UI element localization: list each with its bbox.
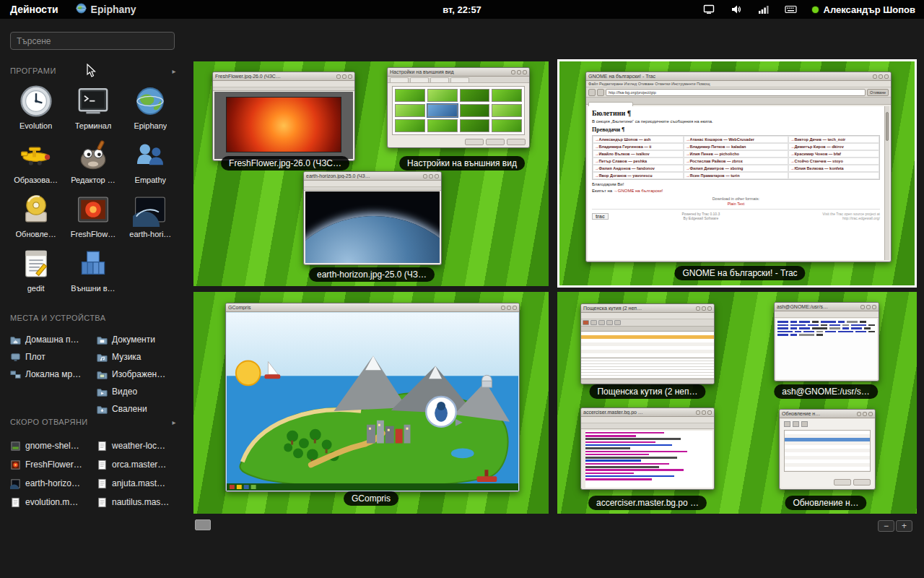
table-cell[interactable]: →Ивайло Вълков — ivalkov — [593, 150, 684, 158]
table-cell[interactable]: →Виктор Дачев — tech_noir — [788, 136, 879, 143]
zoom-out-button[interactable]: − — [878, 520, 894, 532]
recent-item-freshflower[interactable]: FreshFlower… — [10, 455, 95, 474]
table-cell[interactable]: →Петър Славов — peshka — [593, 158, 684, 165]
dialog-button[interactable] — [853, 479, 871, 486]
table-cell[interactable]: →Ростислав Райков — zbrox — [684, 158, 788, 165]
workspace-1[interactable]: FreshFlower.jpg-26.0 (ЧЗС… FreshFlower.j… — [193, 61, 549, 286]
window-preview-freshflower[interactable]: FreshFlower.jpg-26.0 (ЧЗС… — [212, 72, 355, 161]
window-preview-updates[interactable]: Обновление н… — [779, 409, 876, 490]
browser-menubar: Файл Редактиране Изглед Отиване Отметки … — [586, 81, 891, 87]
keyboard-icon[interactable] — [785, 4, 798, 15]
recent-expander-icon[interactable]: ▸ — [173, 418, 176, 426]
programs-header: ПРОГРАМИ — [10, 66, 56, 75]
app-item-empathy[interactable]: Empathy — [123, 137, 177, 184]
scrollbar-thumb[interactable] — [886, 112, 889, 141]
gnome-shell-overview: Дейности Epiphany вт, 22:57 Александ — [0, 0, 924, 578]
team-link[interactable]: →GNOME на български! — [614, 189, 663, 193]
display-icon[interactable] — [702, 4, 715, 15]
table-cell[interactable]: →Димитър Киров — dkirov — [788, 143, 879, 150]
recent-item-evolution-file[interactable]: evolution.m… — [10, 493, 95, 512]
recent-item-weather-locations[interactable]: weather-loc… — [97, 436, 182, 455]
download-formats-text: Download in other formats: — [592, 197, 880, 201]
recent-item-gnome-shell[interactable]: gnome-shel… — [10, 436, 95, 455]
recent-label: earth-horizo… — [25, 478, 80, 488]
network-signal-icon[interactable] — [757, 4, 770, 15]
window-preview-terminal[interactable]: ash@GNOME:/usr/s… — [774, 302, 879, 381]
by-line: By Edgewall Software — [684, 216, 719, 220]
recent-item-anjuta-master[interactable]: anjuta.mast… — [97, 474, 182, 493]
app-item-gedit[interactable]: gedit — [9, 245, 63, 293]
user-menu-button[interactable]: Александър Шопов — [812, 4, 915, 15]
place-item-music[interactable]: Музика — [97, 348, 182, 366]
app-item-earth-horizon[interactable]: earth-hori… — [123, 191, 177, 238]
mail-status-bar — [581, 379, 714, 384]
recent-item-nautilus-master[interactable]: nautilus.mas… — [97, 493, 182, 512]
recent-item-earth-horizon[interactable]: earth-horizo… — [10, 474, 95, 493]
dialog-button[interactable] — [834, 479, 851, 486]
app-item-evolution[interactable]: Evolution — [9, 82, 63, 130]
scrollbar[interactable] — [884, 106, 889, 260]
translators-heading: Преводачи ¶ — [592, 126, 880, 133]
recent-label: FreshFlower… — [25, 460, 82, 470]
image-thumbnail-icon — [10, 441, 21, 452]
url-bar[interactable]: http://fsa-bg.org/project/gtp — [606, 89, 866, 96]
table-cell[interactable]: →Филип Димитров — xboing — [684, 165, 788, 172]
tab-strip — [388, 77, 529, 83]
mail-list-header — [581, 327, 714, 332]
table-cell[interactable]: →Александър Шопов — ash — [593, 136, 684, 143]
table-cell[interactable]: →Юлия Велкова — konfeta — [788, 165, 879, 172]
place-item-videos[interactable]: Видео — [97, 383, 182, 400]
clock-button[interactable]: вт, 22:57 — [443, 4, 481, 15]
app-menu-button[interactable]: Epiphany — [69, 3, 144, 16]
programs-expander-icon[interactable]: ▸ — [173, 67, 176, 75]
app-label: gedit — [27, 284, 45, 293]
window-preview-earth-horizon[interactable]: earth-horizon.jpg-25.0 (ЧЗ… — [303, 171, 442, 265]
earth-image — [305, 191, 440, 263]
window-titlebar-text: Обновление н… — [782, 411, 857, 416]
table-cell[interactable]: →Стойчо Станчев — stoyo — [788, 158, 879, 165]
volume-icon[interactable] — [730, 4, 743, 15]
window-titlebar-text: earth-horizon.jpg-25.0 (ЧЗ… — [306, 173, 423, 178]
table-cell[interactable]: →Илия Пенев — picholicho — [684, 150, 788, 158]
place-item-documents[interactable]: Документи — [97, 331, 182, 348]
app-item-external-tools[interactable]: Външни в… — [66, 245, 120, 293]
place-item-network[interactable]: Локална мр… — [10, 366, 95, 383]
app-item-gimp[interactable]: Редактор … — [66, 137, 120, 184]
trac-logo[interactable]: trac — [592, 213, 609, 220]
table-cell[interactable]: →Ясен Праматаров — turin — [684, 172, 788, 179]
window-preview-trac[interactable]: GNOME на български! - Trac Файл Редактир… — [585, 72, 892, 262]
workspace-4[interactable]: Пощенска кутия (2 неп… Пощенска кутия (2… — [557, 292, 917, 514]
app-item-epiphany[interactable]: Epiphany — [123, 82, 177, 130]
table-cell[interactable]: →Владимир Петков — kaladan — [684, 143, 788, 150]
forward-icon[interactable] — [597, 89, 604, 96]
plain-text-link[interactable]: Plain Text — [592, 202, 880, 206]
app-item-software-update[interactable]: Обновле… — [9, 191, 63, 238]
recent-item-orca-master[interactable]: orca.master… — [97, 455, 182, 474]
place-item-home[interactable]: Домашна п… — [10, 331, 95, 348]
visit-trac-text: Visit the Trac open source project at ht… — [793, 212, 880, 220]
place-item-pictures[interactable]: Изображен… — [97, 366, 182, 383]
app-item-terminal[interactable]: Терминал — [66, 82, 120, 130]
activities-button[interactable]: Дейности — [0, 4, 69, 15]
table-cell[interactable]: →Владимира Гиргинова — ii — [593, 143, 684, 150]
zoom-in-button[interactable]: + — [896, 520, 912, 532]
table-cell[interactable]: →Явор Доганов — yavorescu — [593, 172, 684, 179]
workspace-pager[interactable] — [195, 519, 211, 530]
folder-music-icon — [97, 352, 108, 363]
window-preview-mailbox[interactable]: Пощенска кутия (2 неп… — [580, 303, 715, 384]
window-preview-gcompris[interactable]: GCompris — [225, 303, 520, 492]
place-item-desktop[interactable]: Плот — [10, 348, 95, 366]
workspace-2-active[interactable]: GNOME на български! - Trac Файл Редактир… — [557, 59, 917, 288]
table-cell[interactable]: →Филип Андонов — fandonov — [593, 165, 684, 172]
table-cell[interactable]: →Атанас Кошаров — WebCrusader — [684, 136, 788, 143]
window-preview-appearance[interactable]: Настройки на външния вид — [387, 67, 530, 148]
table-cell[interactable]: →Красимир Чонов — bfaf — [788, 150, 879, 158]
back-icon[interactable] — [588, 89, 596, 96]
place-item-downloads[interactable]: Свалени — [97, 400, 182, 418]
app-item-freshflower[interactable]: FreshFlow… — [66, 191, 120, 238]
search-input[interactable] — [10, 32, 175, 50]
go-button[interactable]: Отиване — [867, 89, 889, 96]
app-item-gcompris[interactable]: Образова… — [9, 137, 63, 184]
window-preview-accerciser-po[interactable]: accerciser.master.bg.po … — [580, 407, 715, 490]
workspace-3[interactable]: GCompris — [193, 292, 549, 514]
